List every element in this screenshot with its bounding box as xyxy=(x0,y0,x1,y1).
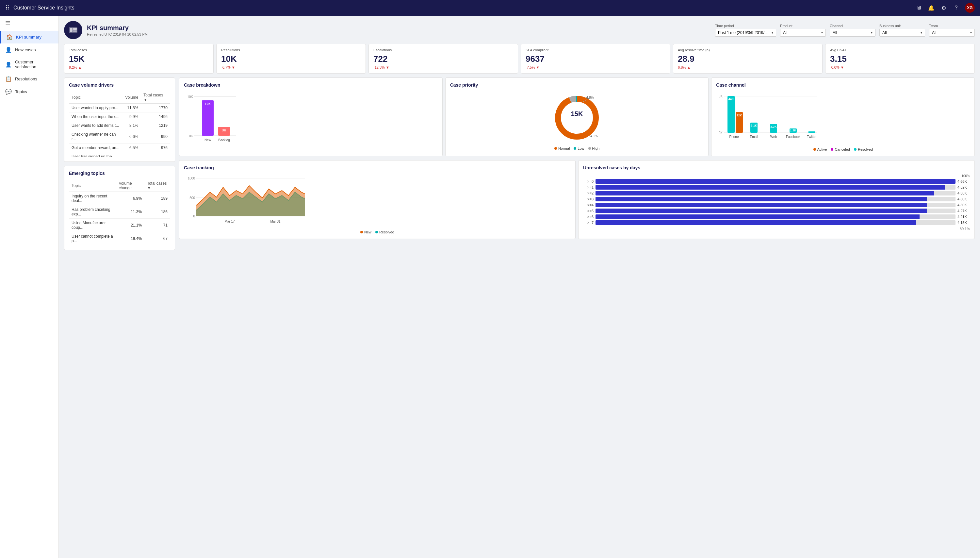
svg-text:Web: Web xyxy=(770,135,777,139)
kpi-row: Total cases 15K 9.2% ▲ Resolutions 10K -… xyxy=(64,44,975,74)
filter-wrap-channel: All xyxy=(830,29,875,37)
kpi-value-0: 15K xyxy=(69,54,209,64)
unresolved-bars: >=0 4.66K >=1 4.52K >=2 4.38K >=3 4.30K … xyxy=(583,179,970,225)
help-icon[interactable]: ? xyxy=(952,4,960,11)
svg-text:500: 500 xyxy=(190,196,195,200)
sidebar-item-kpi-summary[interactable]: 🏠 KPI summary xyxy=(0,31,59,43)
legend-new: New xyxy=(360,230,371,234)
unresolved-title: Unresolved cases by days xyxy=(583,165,970,170)
emerging-topics-table-scroll[interactable]: Topic Volume change Total cases ▼ Inquir… xyxy=(69,180,170,245)
cv-topic-5: User has signed up the ne... xyxy=(69,152,123,157)
kpi-label-3: SLA compliant xyxy=(525,48,666,52)
kpi-card-4: Avg resolve time (h) 28.9 6.8% ▲ xyxy=(673,44,823,74)
svg-rect-3 xyxy=(73,30,77,32)
unresolved-val-3: 4.30K xyxy=(957,197,970,201)
case-priority-panel: Case priority 15K xyxy=(445,77,709,156)
kpi-change-5: -0.0% ▼ xyxy=(830,66,970,69)
sidebar-item-topics[interactable]: 💬 Topics xyxy=(0,85,59,98)
svg-text:Backlog: Backlog xyxy=(218,138,230,142)
unresolved-panel: Unresolved cases by days 100% >=0 4.66K … xyxy=(578,160,975,239)
cv-topic-3: Checking whether he can r... xyxy=(69,130,123,143)
apps-icon[interactable]: ⠿ xyxy=(5,4,10,11)
hamburger-menu[interactable]: ☰ xyxy=(0,16,59,31)
unresolved-bar-wrap-0 xyxy=(596,179,955,184)
table-row: Checking whether he can r... 6.6% 990 xyxy=(69,130,170,143)
svg-text:Facebook: Facebook xyxy=(786,135,801,139)
unresolved-val-1: 4.52K xyxy=(957,185,970,189)
bell-icon[interactable]: 🔔 xyxy=(928,4,935,11)
user-avatar[interactable]: XG xyxy=(965,3,975,13)
unresolved-bar-5 xyxy=(596,208,927,213)
filter-select-time-period[interactable]: Past 1 mo (2019/3/9-2019/... xyxy=(715,29,776,37)
kpi-value-1: 10K xyxy=(221,54,361,64)
et-volume-1: 11.3% xyxy=(116,205,145,219)
unresolved-row-6: >=6 4.21K xyxy=(583,215,970,219)
home-icon: 🏠 xyxy=(6,34,13,40)
unresolved-val-5: 4.27K xyxy=(957,209,970,213)
legend-active: Active xyxy=(813,148,827,151)
kpi-card-0: Total cases 15K 9.2% ▲ xyxy=(64,44,214,74)
kpi-change-2: -12.3% ▼ xyxy=(373,66,513,69)
svg-text:5K: 5K xyxy=(719,95,723,98)
svg-text:0K: 0K xyxy=(719,131,723,135)
settings-icon[interactable]: ⚙ xyxy=(940,4,947,11)
unresolved-label-3: >=3 xyxy=(583,197,594,201)
table-row: Using Manufacturer coup... 21.1% 71 xyxy=(69,219,170,232)
cv-total-4: 976 xyxy=(141,143,170,152)
cv-total-5: 661 xyxy=(141,152,170,157)
cv-total-1: 1496 xyxy=(141,112,170,121)
case-channel-chart: 5K 0K 44K 22K 3.1K xyxy=(716,92,821,144)
et-total-2: 71 xyxy=(144,219,170,232)
legend-normal: Normal xyxy=(555,146,570,150)
sidebar-item-resolutions[interactable]: 📋 Resolutions xyxy=(0,72,59,85)
filter-select-team[interactable]: All xyxy=(929,29,975,37)
sidebar-label-customer-satisfaction: Customer satisfaction xyxy=(15,59,53,69)
sidebar-label-topics: Topics xyxy=(15,89,27,94)
filter-team: Team All xyxy=(929,24,975,37)
filter-select-business-unit[interactable]: All xyxy=(879,29,925,37)
svg-text:2.7K: 2.7K xyxy=(771,125,777,128)
kpi-card-5: Avg CSAT 3.15 -0.0% ▼ xyxy=(825,44,975,74)
sidebar-item-customer-satisfaction[interactable]: 👤 Customer satisfaction xyxy=(0,56,59,72)
unresolved-bar-wrap-4 xyxy=(596,203,955,207)
unresolved-val-7: 4.15K xyxy=(957,221,970,225)
cv-volume-1: 9.9% xyxy=(123,112,141,121)
kpi-change-3: -7.5% ▼ xyxy=(525,66,666,69)
emerging-topics-title: Emerging topics xyxy=(69,171,170,176)
svg-text:0: 0 xyxy=(193,215,195,218)
et-total-0: 189 xyxy=(144,192,170,205)
unresolved-row-4: >=4 4.30K xyxy=(583,203,970,207)
left-panels: Case volume drivers Topic Volume Total c… xyxy=(64,77,175,250)
case-tracking-title: Case tracking xyxy=(184,165,571,170)
emerging-topics-table: Topic Volume change Total cases ▼ Inquir… xyxy=(69,180,170,245)
unresolved-row-0: >=0 4.66K xyxy=(583,179,970,184)
svg-text:1.3K: 1.3K xyxy=(790,129,797,132)
kpi-value-4: 28.9 xyxy=(678,54,818,64)
bottom-charts-row: Case tracking 1000 500 0 xyxy=(179,160,975,239)
unresolved-val-4: 4.30K xyxy=(957,203,970,207)
unresolved-val-2: 4.38K xyxy=(957,191,970,195)
monitor-icon[interactable]: 🖥 xyxy=(915,4,923,11)
sidebar-item-new-cases[interactable]: 👤 New cases xyxy=(0,43,59,56)
filter-select-channel[interactable]: All xyxy=(830,29,875,37)
filter-select-product[interactable]: All xyxy=(780,29,826,37)
svg-text:0K: 0K xyxy=(189,135,193,138)
main-content: KPI summary Refreshed UTC 2019-04-10 02:… xyxy=(59,16,980,558)
svg-text:15K: 15K xyxy=(571,110,583,117)
case-priority-title: Case priority xyxy=(450,82,704,88)
filter-wrap-business-unit: All xyxy=(879,29,925,37)
filter-product: Product All xyxy=(780,24,826,37)
legend-resolved: Resolved xyxy=(854,148,873,151)
kpi-card-2: Escalations 722 -12.3% ▼ xyxy=(368,44,518,74)
et-col-volume: Volume change xyxy=(116,180,145,192)
unresolved-bar-1 xyxy=(596,185,945,190)
table-row: User cannot complete a p... 19.4% 67 xyxy=(69,232,170,246)
svg-text:Mar 31: Mar 31 xyxy=(270,220,281,223)
kpi-value-2: 722 xyxy=(373,54,513,64)
cv-volume-4: 6.5% xyxy=(123,143,141,152)
customer-sat-icon: 👤 xyxy=(5,61,12,68)
cv-topic-2: User wants to add items t... xyxy=(69,121,123,130)
case-volume-table-scroll[interactable]: Topic Volume Total cases ▼ User wanted t… xyxy=(69,92,170,157)
cv-volume-0: 11.8% xyxy=(123,103,141,112)
et-total-1: 186 xyxy=(144,205,170,219)
